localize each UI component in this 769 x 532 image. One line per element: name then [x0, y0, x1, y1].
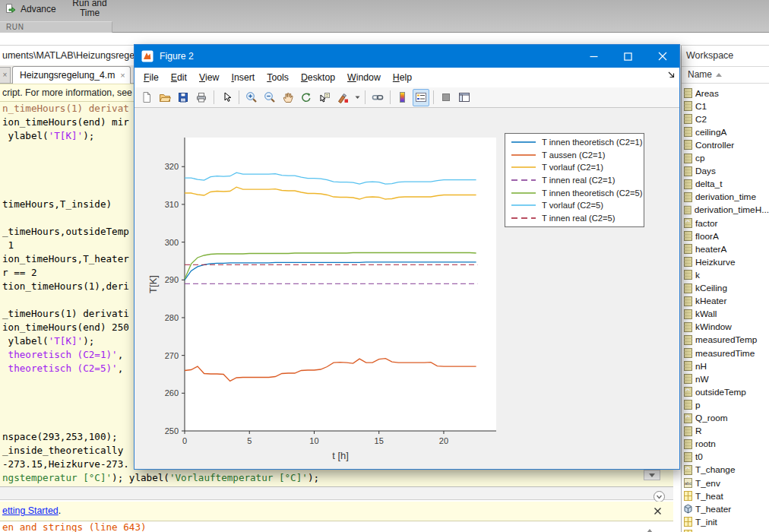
- workspace-variable-t-heat[interactable]: T_heat: [682, 489, 769, 502]
- editor-commandwindow-divider[interactable]: [0, 486, 673, 500]
- matrix-icon: [684, 361, 692, 371]
- pan-hand-icon: [282, 91, 294, 103]
- workspace-variable-rootn[interactable]: rootn: [682, 438, 769, 451]
- menu-insert[interactable]: Insert: [225, 68, 261, 87]
- workspace-name-column-header[interactable]: Name: [682, 67, 769, 84]
- print-button[interactable]: [193, 89, 210, 106]
- minimize-button[interactable]: [577, 45, 611, 68]
- insert-legend-button[interactable]: [413, 89, 429, 106]
- workspace-variable-derivation-time[interactable]: derivation_time: [682, 191, 769, 204]
- new-document-button[interactable]: [138, 89, 155, 106]
- workspace-variable-t-heater[interactable]: T_heater: [682, 502, 769, 515]
- workspace-variable-t-env[interactable]: abcT_env: [682, 477, 769, 489]
- colorbar-button[interactable]: [394, 89, 411, 106]
- workspace-variable-areas[interactable]: Areas: [682, 87, 769, 100]
- legend-line-sample: [510, 178, 537, 182]
- legend-line-sample: [510, 203, 537, 207]
- workspace-variable-days[interactable]: Days: [682, 165, 769, 178]
- workspace-variable-kceiling[interactable]: kCeiling: [682, 282, 769, 295]
- zoom-in-button[interactable]: [243, 89, 260, 106]
- menu-tools[interactable]: Tools: [261, 68, 295, 87]
- workspace-variable-derivation-timeh-[interactable]: derivation_timeH...: [682, 204, 769, 217]
- menu-window[interactable]: Window: [341, 68, 387, 87]
- workspace-variable-delta-t[interactable]: delta_t: [682, 178, 769, 191]
- workspace-variable-t-init[interactable]: T_init: [682, 515, 769, 528]
- workspace-variable-t-inside[interactable]: T_inside: [682, 528, 769, 532]
- workspace-variable-measuredtime[interactable]: measuredTime: [682, 347, 769, 359]
- workspace-variable-ceilinga[interactable]: ceilingA: [682, 125, 769, 138]
- pointer-arrow-button[interactable]: [218, 89, 235, 106]
- workspace-variable-controller[interactable]: Controller: [682, 138, 769, 151]
- legend-entry-6[interactable]: T innen real (C2=5): [505, 212, 644, 225]
- pan-hand-button[interactable]: [280, 89, 296, 106]
- workspace-variable-t-change[interactable]: T_change: [682, 464, 769, 477]
- menu-file[interactable]: File: [138, 68, 165, 87]
- matrix-icon: [684, 426, 692, 436]
- matrix-icon: [684, 322, 692, 332]
- workspace-variable-outsidetemp[interactable]: outsideTemp: [682, 385, 769, 398]
- workspace-variable-kwindow[interactable]: kWindow: [682, 321, 769, 334]
- close-button[interactable]: [645, 45, 679, 68]
- plot-legend[interactable]: T innen theoretisch (C2=1)T aussen (C2=1…: [505, 133, 644, 227]
- legend-entry-0[interactable]: T innen theoretisch (C2=1): [505, 136, 644, 149]
- open-folder-button[interactable]: [157, 89, 173, 106]
- link-plot-button[interactable]: [369, 89, 386, 106]
- dock-arrow-icon[interactable]: [667, 71, 676, 79]
- editor-scroll-down-button[interactable]: [644, 470, 660, 480]
- workspace-variable-factor[interactable]: factor: [682, 217, 769, 230]
- workspace-variable-floora[interactable]: floorA: [682, 230, 769, 242]
- workspace-variable-q-room[interactable]: Q_room: [682, 412, 769, 425]
- legend-entry-1[interactable]: T aussen (C2=1): [505, 149, 644, 162]
- workspace-variable-kheater[interactable]: kHeater: [682, 295, 769, 308]
- tab-close-icon[interactable]: ×: [120, 67, 125, 84]
- tab-heizungsregelung-4[interactable]: Heizungsregelung_4.m ×: [12, 66, 131, 84]
- advance-button[interactable]: Advance: [5, 3, 56, 15]
- code-line-26: _inside_theoretically: [2, 444, 123, 458]
- workspace-variable-c1[interactable]: C1: [682, 100, 769, 112]
- workspace-variable-c2[interactable]: C2: [682, 112, 769, 125]
- legend-entry-2[interactable]: T vorlauf (C2=1): [505, 161, 644, 174]
- figure-toolbar: [134, 87, 679, 108]
- save-icon: [177, 91, 189, 103]
- menu-help[interactable]: Help: [387, 68, 418, 87]
- y-tick-label: 320: [165, 162, 179, 171]
- workspace-variable-p[interactable]: p: [682, 398, 769, 411]
- legend-entry-3[interactable]: T innen real (C2=1): [505, 174, 644, 187]
- show-plot-tools-button[interactable]: [456, 89, 473, 106]
- toolbar-separator: [239, 90, 239, 104]
- zoom-out-button[interactable]: [261, 89, 278, 106]
- workspace-variable-cp[interactable]: cp: [682, 152, 769, 165]
- workspace-variable-heizkurve[interactable]: Heizkurve: [682, 255, 769, 268]
- workspace-variable-measuredtemp[interactable]: measuredTemp: [682, 334, 769, 347]
- menu-desktop[interactable]: Desktop: [295, 68, 341, 87]
- legend-entry-4[interactable]: T innen theoretisch (C2=5): [505, 186, 644, 199]
- workspace-variable-r[interactable]: R: [682, 425, 769, 438]
- save-button[interactable]: [175, 89, 191, 106]
- hide-plot-tools-button[interactable]: [438, 89, 454, 106]
- brush-button[interactable]: [334, 89, 351, 106]
- rotate-3d-button[interactable]: [298, 89, 315, 106]
- figure-titlebar[interactable]: Figure 2: [134, 45, 679, 68]
- matrix-icon: [684, 101, 692, 111]
- scroll-up-button[interactable]: [647, 529, 653, 532]
- variable-name: p: [695, 400, 701, 410]
- workspace-variable-heatera[interactable]: heaterA: [682, 242, 769, 255]
- tab-fragment[interactable]: ×: [0, 67, 11, 84]
- getting-started-link[interactable]: etting Started: [2, 505, 59, 516]
- workspace-variable-nw[interactable]: nW: [682, 372, 769, 385]
- workspace-variable-kwall[interactable]: kWall: [682, 308, 769, 321]
- variable-name: floorA: [695, 231, 719, 242]
- variable-name: T_init: [695, 517, 717, 527]
- caret-down-button[interactable]: [353, 89, 361, 106]
- legend-entry-5[interactable]: T vorlauf (C2=5): [505, 199, 644, 212]
- workspace-variable-k[interactable]: k: [682, 268, 769, 281]
- menu-view[interactable]: View: [193, 68, 225, 87]
- workspace-variable-t0[interactable]: t0: [682, 451, 769, 464]
- data-cursor-button[interactable]: [316, 89, 333, 106]
- run-and-time-button[interactable]: Run and Time: [70, 0, 109, 18]
- menu-edit[interactable]: Edit: [165, 68, 193, 87]
- command-window-banner: etting Started.: [0, 502, 673, 521]
- banner-close-button[interactable]: [653, 505, 662, 518]
- maximize-button[interactable]: [611, 45, 645, 68]
- workspace-variable-nh[interactable]: nH: [682, 359, 769, 372]
